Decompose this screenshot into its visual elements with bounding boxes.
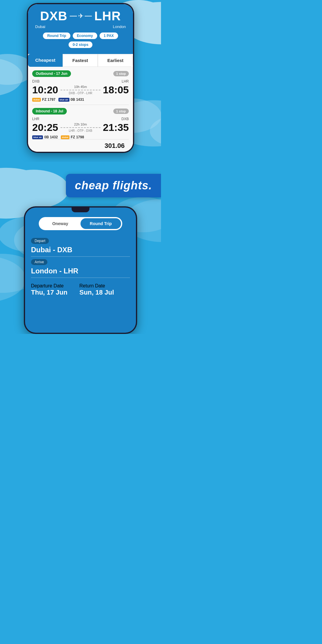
inbound-flight-1: 0B 1432 — [44, 135, 58, 139]
inbound-duration-text: 22h 10m — [61, 123, 100, 126]
search-form: Depart Dubai - DXB Arrive London - LHR D… — [25, 235, 136, 302]
outbound-header: Outbound - 17 Jun 1 stop — [32, 70, 129, 77]
dubai-logo-2: dubai — [61, 135, 69, 139]
outbound-airports: DXB LHR — [32, 79, 129, 83]
dubai-logo-1: dubai — [32, 98, 41, 102]
filter-pills: Round Trip Economy 1 PAX 0-2 stops — [33, 32, 128, 48]
outbound-line — [61, 90, 100, 90]
inbound-header: Inbound - 18 Jul 1 stop — [32, 108, 129, 114]
outbound-arrive: 18:05 — [103, 84, 129, 96]
inbound-arrive: 21:35 — [103, 122, 129, 133]
inbound-line — [61, 127, 100, 128]
cheap-flights-banner: cheap flights. — [66, 174, 161, 197]
price-value: 301.06 — [105, 142, 125, 148]
origin-city: Dubai — [35, 24, 45, 29]
phone-notch — [72, 208, 89, 212]
tab-cheapest[interactable]: Cheapest — [28, 54, 63, 67]
outbound-dest: LHR — [122, 79, 129, 83]
round-trip-btn[interactable]: Round Trip — [80, 218, 121, 229]
inbound-airports: LHR DXB — [32, 117, 129, 121]
inbound-airline-2: dubai FZ 1798 — [61, 135, 84, 139]
depart-field[interactable]: Depart Dubai - DXB — [31, 238, 130, 257]
route-row: DXB ✈ LHR — [33, 9, 128, 23]
return-date-value: Sun, 18 Jul — [79, 289, 114, 296]
outbound-badge: Outbound - 17 Jun — [32, 70, 71, 77]
arrive-value: London - LHR — [31, 267, 130, 278]
bottom-phone-mockup: Oneway Round Trip Depart Dubai - DXB Arr… — [24, 206, 137, 334]
trip-toggle[interactable]: Oneway Round Trip — [39, 217, 122, 230]
sort-tabs: Cheapest Fastest Earliest — [28, 54, 133, 67]
blue-logo-2: blue air — [32, 135, 43, 139]
outbound-flight-1: FZ 1797 — [42, 97, 55, 102]
outbound-duration-text: 10h 45m — [61, 85, 100, 89]
inbound-route: LHR - OTP - DXB — [61, 129, 100, 132]
city-row: Dubai London — [33, 24, 128, 29]
outbound-route: DXB - OTP - LHR — [61, 92, 100, 95]
outbound-airline-1: dubai FZ 1797 — [32, 97, 55, 102]
inbound-dest: DXB — [121, 117, 129, 121]
destination-code: LHR — [94, 9, 121, 23]
inbound-stops: 1 stop — [113, 109, 129, 114]
origin-code: DXB — [40, 9, 67, 23]
oneway-btn[interactable]: Oneway — [40, 218, 80, 229]
plane-icon: ✈ — [70, 12, 92, 20]
cabin-pill[interactable]: Economy — [73, 32, 97, 39]
outbound-depart: 10:20 — [32, 84, 58, 96]
flight-results: Outbound - 17 Jun 1 stop DXB LHR 10:20 1… — [28, 67, 133, 152]
inbound-depart: 20:25 — [32, 122, 58, 133]
inbound-airline-1: blue air 0B 1432 — [32, 135, 58, 139]
stops-pill[interactable]: 0-2 stops — [69, 41, 93, 48]
outbound-airlines: dubai FZ 1797 blue air 0B 1431 — [32, 97, 129, 102]
departure-date-field[interactable]: Departure Date Thu, 17 Jun — [31, 283, 67, 296]
departure-date-label: Departure Date — [31, 283, 64, 288]
arrive-label: Arrive — [31, 259, 47, 265]
outbound-origin: DXB — [32, 79, 40, 83]
destination-city: London — [113, 24, 126, 29]
inbound-duration: 22h 10m LHR - OTP - DXB — [58, 123, 103, 132]
return-date-field[interactable]: Return Date Sun, 18 Jul — [79, 283, 114, 296]
blue-logo-1: blue air — [58, 98, 69, 102]
tab-fastest[interactable]: Fastest — [63, 54, 98, 67]
inbound-flight-2: FZ 1798 — [71, 135, 84, 139]
depart-label: Depart — [31, 238, 49, 244]
departure-date-value: Thu, 17 Jun — [31, 289, 67, 296]
top-phone-mockup: DXB ✈ LHR Dubai London Round Trip Econom… — [27, 3, 134, 153]
depart-value: Dubai - DXB — [31, 246, 130, 257]
outbound-airline-2: blue air 0B 1431 — [58, 97, 84, 102]
inbound-badge: Inbound - 18 Jul — [32, 108, 67, 114]
trip-type-pill[interactable]: Round Trip — [43, 32, 70, 39]
pax-pill[interactable]: 1 PAX — [100, 32, 118, 39]
return-date-label: Return Date — [79, 283, 105, 288]
price-partial: 301.06 — [32, 139, 129, 148]
inbound-origin: LHR — [32, 117, 39, 121]
segment-divider — [32, 105, 129, 105]
tab-earliest[interactable]: Earliest — [98, 54, 133, 67]
outbound-times: 10:20 10h 45m DXB - OTP - LHR 18:05 — [32, 84, 129, 96]
arrive-field[interactable]: Arrive London - LHR — [31, 259, 130, 278]
inbound-times: 20:25 22h 10m LHR - OTP - DXB 21:35 — [32, 122, 129, 133]
outbound-stops: 1 stop — [113, 71, 129, 76]
outbound-duration: 10h 45m DXB - OTP - LHR — [58, 85, 103, 95]
inbound-airlines: blue air 0B 1432 dubai FZ 1798 — [32, 135, 129, 139]
outbound-flight-2: 0B 1431 — [71, 97, 84, 102]
date-fields: Departure Date Thu, 17 Jun Return Date S… — [31, 280, 130, 296]
